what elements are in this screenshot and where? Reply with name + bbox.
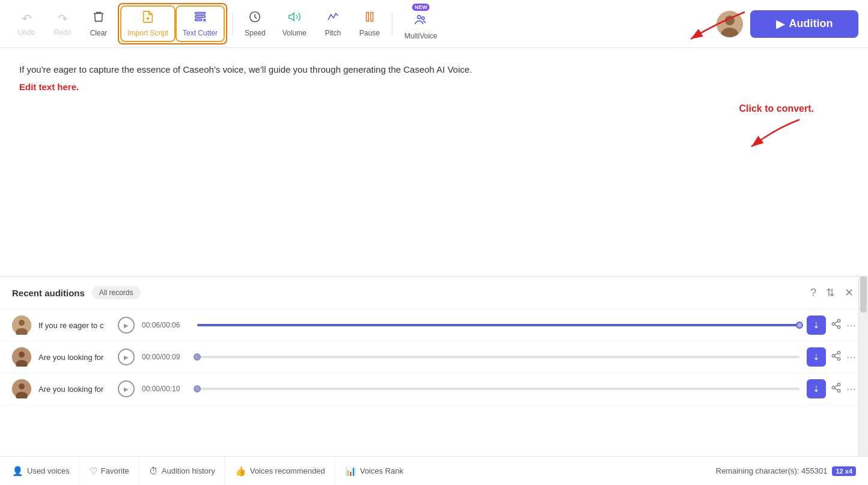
- svg-line-43: [834, 385, 837, 387]
- svg-line-35: [834, 353, 837, 355]
- more-button-1[interactable]: ⋯: [846, 320, 856, 331]
- audition-row: Are you looking for ▶ 00:00/00:10 ⇣ ⋯: [0, 373, 868, 405]
- download-button-1[interactable]: ⇣: [807, 316, 826, 335]
- download-button-3[interactable]: ⇣: [807, 379, 826, 398]
- separator-1: [232, 12, 233, 36]
- remaining-chars: Remaining character(s): 455301 12 x4: [716, 466, 856, 476]
- play-button-3[interactable]: ▶: [118, 380, 135, 397]
- pause-icon: [363, 10, 376, 26]
- audition-avatar-1: [12, 316, 31, 335]
- speed-button[interactable]: Speed: [237, 5, 273, 42]
- undo-button[interactable]: ↶ Undo: [10, 7, 43, 41]
- multivoice-button[interactable]: MultiVoice: [397, 8, 445, 45]
- import-script-icon: [141, 10, 154, 26]
- nav-favorite[interactable]: ♡ Favorite: [80, 457, 139, 485]
- svg-point-24: [832, 323, 835, 326]
- volume-icon: [288, 10, 301, 26]
- sort-button[interactable]: ⇅: [824, 284, 837, 302]
- text-editor[interactable]: If you're eager to capture the essence o…: [0, 48, 868, 276]
- svg-rect-10: [371, 13, 373, 22]
- progress-bar-3[interactable]: [197, 388, 799, 390]
- multivoice-icon: [414, 13, 427, 29]
- import-textcutter-group: Import Script Text Cutter: [118, 3, 227, 44]
- separator-2: [392, 12, 393, 36]
- clear-button[interactable]: Clear: [82, 5, 115, 42]
- used-voices-icon: 👤: [12, 466, 23, 477]
- nav-voices-rank[interactable]: 📊 Voices Rank: [335, 457, 413, 485]
- share-button-1[interactable]: [831, 319, 842, 332]
- panel-title: Recent auditions: [12, 288, 85, 298]
- redo-button[interactable]: ↷ Redo: [46, 7, 79, 41]
- play-button-1[interactable]: ▶: [118, 317, 135, 334]
- time-label-2: 00:00/00:09: [142, 353, 190, 361]
- row-actions-3: ⇣ ⋯: [807, 379, 856, 398]
- svg-rect-2: [195, 13, 206, 14]
- svg-rect-4: [195, 19, 202, 21]
- svg-point-21: [19, 320, 25, 326]
- nav-audition-history[interactable]: ⏱ Audition history: [139, 457, 225, 485]
- progress-bar-1[interactable]: [197, 324, 799, 326]
- audition-name-3: Are you looking for: [38, 385, 111, 394]
- svg-point-33: [837, 358, 840, 361]
- scrollbar-track[interactable]: [858, 276, 868, 456]
- scrollbar-thumb[interactable]: [860, 276, 867, 313]
- nav-used-voices[interactable]: 👤 Used voices: [12, 457, 80, 485]
- bottom-nav: 👤 Used voices ♡ Favorite ⏱ Audition hist…: [0, 456, 868, 485]
- redo-icon: ↷: [58, 11, 68, 26]
- volume-button[interactable]: Volume: [275, 5, 314, 42]
- text-cutter-button[interactable]: Text Cutter: [176, 5, 225, 42]
- svg-point-12: [422, 17, 425, 20]
- svg-point-32: [832, 355, 835, 358]
- auditions-panel: Download and share the result. Recent au…: [0, 276, 868, 456]
- clear-icon: [92, 10, 105, 26]
- recommended-icon: 👍: [235, 466, 246, 477]
- panel-actions: ? ⇅ ✕: [808, 284, 856, 302]
- toolbar: ↶ Undo ↷ Redo Clear Import Script: [0, 0, 868, 48]
- audition-avatar-3: [12, 379, 31, 398]
- audition-avatar-2: [12, 347, 31, 367]
- share-button-3[interactable]: [831, 382, 842, 395]
- svg-point-41: [837, 389, 840, 392]
- time-label-3: 00:00/00:10: [142, 385, 190, 393]
- svg-point-37: [19, 383, 25, 389]
- svg-line-34: [834, 356, 837, 358]
- svg-point-40: [832, 386, 835, 389]
- audition-row: Are you looking for ▶ 00:00/00:09 ⇣ ⋯: [0, 341, 868, 373]
- audition-name-1: If you re eager to c: [38, 321, 111, 330]
- help-button[interactable]: ?: [808, 284, 819, 302]
- all-records-button[interactable]: All records: [92, 286, 141, 299]
- play-button-2[interactable]: ▶: [118, 349, 135, 365]
- more-button-3[interactable]: ⋯: [846, 383, 856, 395]
- svg-point-11: [418, 16, 421, 19]
- editor-text: If you're eager to capture the essence o…: [19, 63, 849, 77]
- close-panel-button[interactable]: ✕: [842, 284, 856, 302]
- history-icon: ⏱: [149, 466, 158, 476]
- pitch-icon: [326, 10, 340, 26]
- audition-row: If you re eager to c ▶ 00:06/00:06 ⇣ ⋯: [0, 310, 868, 341]
- undo-icon: ↶: [22, 11, 32, 26]
- pitch-button[interactable]: Pitch: [316, 5, 350, 42]
- panel-header: Recent auditions All records ? ⇅ ✕: [0, 276, 868, 310]
- share-button-2[interactable]: [831, 350, 842, 364]
- speed-icon: [248, 10, 261, 26]
- audition-button[interactable]: ▶ Audition: [750, 10, 858, 38]
- svg-point-39: [837, 383, 840, 386]
- audition-name-2: Are you looking for: [38, 353, 111, 362]
- user-avatar[interactable]: [717, 11, 743, 37]
- x4-badge: 12 x4: [832, 466, 856, 476]
- multivoice-wrapper: NEW MultiVoice: [397, 2, 445, 45]
- pause-button[interactable]: Pause: [352, 5, 387, 42]
- download-button-2[interactable]: ⇣: [807, 347, 826, 367]
- text-cutter-icon: [194, 10, 207, 26]
- svg-marker-8: [289, 13, 294, 21]
- favorite-icon: ♡: [90, 466, 97, 477]
- new-badge: NEW: [412, 4, 430, 11]
- time-label-1: 00:06/00:06: [142, 321, 190, 329]
- progress-bar-2[interactable]: [197, 356, 799, 358]
- svg-point-31: [837, 352, 840, 355]
- import-script-button[interactable]: Import Script: [120, 5, 176, 42]
- nav-voices-recommended[interactable]: 👍 Voices recommended: [225, 457, 335, 485]
- more-button-2[interactable]: ⋯: [846, 352, 856, 363]
- rank-icon: 📊: [345, 466, 356, 477]
- svg-point-25: [837, 326, 840, 329]
